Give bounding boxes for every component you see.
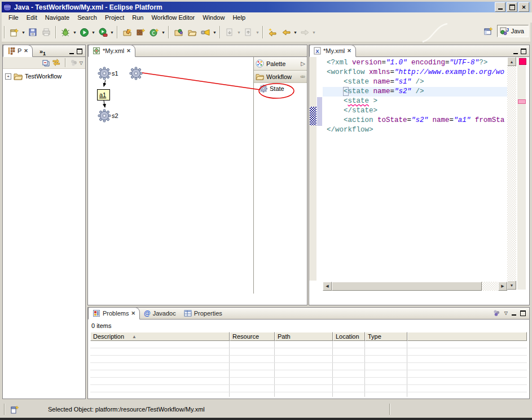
view-minimize-icon[interactable] <box>69 49 74 54</box>
tab-problems[interactable]: Problems ✕ <box>88 307 140 320</box>
tab-graphics-my-xml[interactable]: *My.xml ✕ <box>88 45 135 57</box>
column-header-resource[interactable]: Resource <box>230 332 275 341</box>
overview-ruler[interactable] <box>517 57 526 290</box>
state-node-s2[interactable] <box>98 110 111 122</box>
tab-source-my-xml[interactable]: X *My.xml ✕ <box>309 45 356 57</box>
xml-source-area[interactable]: <?xml version="1.0" encoding="UTF-8"?><w… <box>309 57 529 294</box>
external-tools-dropdown[interactable]: ▼ <box>109 26 115 38</box>
back-button[interactable] <box>280 26 292 38</box>
palette-item-state[interactable]: State <box>254 83 307 94</box>
palette-collapse-arrow-icon[interactable]: ▷ <box>301 60 305 67</box>
column-header-path[interactable]: Path <box>275 332 333 341</box>
overview-warning-marker[interactable] <box>518 99 526 104</box>
workflow-canvas[interactable]: Palette ▷ Workflow «» State <box>88 57 307 294</box>
code-line-7[interactable]: <action toState="s2" name="a1" fromSta <box>323 116 507 125</box>
forward-dropdown[interactable]: ▼ <box>311 26 316 38</box>
link-with-editor-icon[interactable] <box>52 59 61 67</box>
view-menu-icon[interactable]: ▽ <box>80 60 83 65</box>
debug-dropdown[interactable]: ▼ <box>72 26 77 38</box>
view-menu-icon[interactable]: ▽ <box>504 310 508 316</box>
code-area[interactable]: <?xml version="1.0" encoding="UTF-8"?><w… <box>323 58 507 281</box>
filter-icon[interactable] <box>493 309 500 317</box>
state-node-s1[interactable] <box>98 67 111 80</box>
column-header-description[interactable]: Description▲ <box>90 332 230 341</box>
scroll-right-icon[interactable]: ▶ <box>498 282 507 291</box>
editor-minimize-icon[interactable] <box>513 49 518 54</box>
code-line-8[interactable]: </workflow> <box>323 125 507 135</box>
close-icon[interactable]: ✕ <box>126 48 131 54</box>
palette-drawer-workflow[interactable]: Workflow «» <box>254 71 307 83</box>
scroll-down-icon[interactable]: ▼ <box>507 281 516 290</box>
print-button[interactable] <box>40 26 52 38</box>
state-node-new[interactable] <box>130 67 142 80</box>
run-dropdown[interactable]: ▼ <box>91 26 96 38</box>
new-class-button[interactable]: C <box>148 26 160 38</box>
table-row[interactable] <box>90 363 527 370</box>
menu-file[interactable]: File <box>5 13 23 22</box>
menu-search[interactable]: Search <box>73 13 101 22</box>
view-minimize-icon[interactable] <box>512 310 516 316</box>
code-line-1[interactable]: <?xml version="1.0" encoding="UTF-8"?> <box>323 58 507 68</box>
table-row[interactable] <box>90 356 527 363</box>
code-line-6[interactable]: </state> <box>323 106 507 116</box>
table-row[interactable] <box>90 348 527 356</box>
menu-edit[interactable]: Edit <box>23 13 41 22</box>
search-dropdown[interactable]: ▼ <box>212 26 217 38</box>
fast-view-icon[interactable] <box>10 405 20 414</box>
java-perspective-button[interactable]: J Java <box>497 25 529 37</box>
hscroll-thumb[interactable] <box>332 282 482 291</box>
open-resource-button[interactable] <box>186 26 198 38</box>
column-header-type[interactable]: Type <box>365 332 407 341</box>
run-button[interactable] <box>78 26 90 38</box>
view-maximize-icon[interactable] <box>77 49 82 54</box>
new-wizard-button[interactable] <box>8 26 20 38</box>
annotation-ruler[interactable] <box>309 57 317 281</box>
code-line-5[interactable]: <state > <box>323 97 507 106</box>
debug-button[interactable] <box>59 26 72 38</box>
prev-annotation-dropdown[interactable]: ▼ <box>255 26 260 38</box>
view-maximize-icon[interactable] <box>520 310 526 316</box>
new-class-dropdown[interactable]: ▼ <box>161 26 166 38</box>
last-edit-location-button[interactable] <box>266 26 279 38</box>
code-line-4[interactable]: <state name="s2" /> <box>323 87 507 97</box>
next-annotation-button[interactable] <box>223 26 236 38</box>
tab-properties[interactable]: Properties <box>180 308 226 319</box>
prev-annotation-button[interactable] <box>242 26 254 38</box>
new-java-project-button[interactable] <box>121 26 133 38</box>
scroll-up-icon[interactable]: ▲ <box>507 57 516 66</box>
filter-icon[interactable] <box>70 59 78 67</box>
tab-package-explorer[interactable]: P ✕ <box>3 45 33 57</box>
open-plugin-artifact-button[interactable] <box>172 26 184 38</box>
code-line-2[interactable]: <workflow xmlns="http://www.example.org/… <box>323 68 507 77</box>
menu-navigate[interactable]: Navigate <box>41 13 73 22</box>
chevron-more-views-icon[interactable]: »1 <box>39 48 46 56</box>
open-perspective-button[interactable] <box>482 25 495 37</box>
window-minimize-button[interactable] <box>495 2 505 12</box>
tab-javadoc[interactable]: @ Javadoc <box>140 308 180 319</box>
palette-header[interactable]: Palette ▷ <box>254 57 307 71</box>
transition-s1-a1[interactable] <box>104 80 105 86</box>
table-row[interactable] <box>90 385 527 392</box>
save-button[interactable] <box>27 26 39 38</box>
vertical-scrollbar[interactable] <box>507 57 516 290</box>
table-row[interactable] <box>90 378 527 385</box>
pin-drawer-icon[interactable]: «» <box>300 73 305 80</box>
menu-project[interactable]: Project <box>101 13 128 22</box>
action-node-a1[interactable] <box>98 90 110 100</box>
new-package-button[interactable] <box>134 26 147 38</box>
transition-a1-s2[interactable] <box>104 100 105 107</box>
menu-window[interactable]: Window <box>199 13 228 22</box>
next-annotation-dropdown[interactable]: ▼ <box>236 26 241 38</box>
tree-item-testworkflow[interactable]: + TestWorkflow <box>5 72 85 81</box>
window-maximize-button[interactable] <box>507 2 517 12</box>
table-row[interactable] <box>90 392 527 397</box>
scroll-left-icon[interactable]: ◀ <box>323 282 332 291</box>
editor-maximize-icon[interactable] <box>521 49 526 54</box>
external-tools-button[interactable] <box>96 26 109 38</box>
search-button[interactable] <box>199 26 212 38</box>
menu-help[interactable]: Help <box>228 13 249 22</box>
overview-error-marker[interactable] <box>519 58 526 65</box>
close-icon[interactable]: ✕ <box>24 48 28 54</box>
menu-run[interactable]: Run <box>128 13 147 22</box>
table-row[interactable] <box>90 370 527 378</box>
